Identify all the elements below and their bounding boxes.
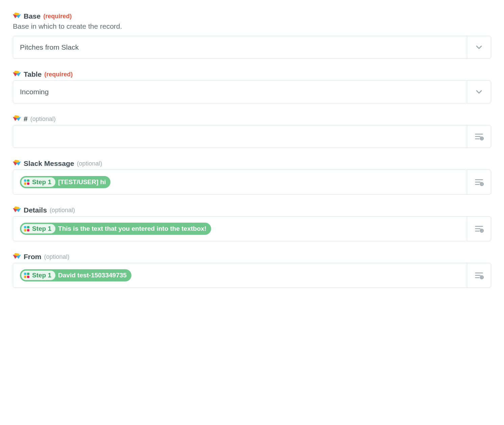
pill-value: [TEST/USER] hi xyxy=(58,178,106,186)
field-label-details: Details xyxy=(24,206,47,214)
airtable-icon xyxy=(13,253,21,260)
field-label-from: From xyxy=(24,253,42,261)
base-select-value: Pitches from Slack xyxy=(13,36,467,58)
optional-badge: (optional) xyxy=(77,160,102,167)
slack-icon xyxy=(23,179,30,185)
table-select[interactable]: Incoming xyxy=(13,80,491,103)
slack-icon xyxy=(23,272,30,279)
field-table: Table (required) Incoming xyxy=(13,70,491,103)
field-slack-message: Slack Message (optional) Step 1 [TEST/US… xyxy=(13,159,491,195)
details-input[interactable]: Step 1 This is the text that you entered… xyxy=(13,216,491,241)
airtable-icon xyxy=(13,160,21,167)
airtable-icon xyxy=(13,71,21,78)
pill-step-label: Step 1 xyxy=(32,178,51,186)
insert-data-icon[interactable] xyxy=(467,125,491,148)
airtable-icon xyxy=(13,116,21,122)
help-text-base: Base in which to create the record. xyxy=(13,22,491,30)
field-label-table: Table xyxy=(24,70,42,78)
data-pill[interactable]: Step 1 [TEST/USER] hi xyxy=(20,176,110,188)
insert-data-icon[interactable] xyxy=(467,170,491,194)
hash-input-value xyxy=(13,125,467,148)
airtable-icon xyxy=(13,207,21,214)
pill-value: David test-1503349735 xyxy=(58,272,127,279)
field-label-hash: # xyxy=(24,115,28,123)
optional-badge: (optional) xyxy=(30,116,56,123)
from-input[interactable]: Step 1 David test-1503349735 xyxy=(13,263,491,288)
chevron-down-icon[interactable] xyxy=(467,81,491,103)
pill-step-label: Step 1 xyxy=(32,272,51,279)
slack-icon xyxy=(23,225,30,232)
insert-data-icon[interactable] xyxy=(467,217,491,241)
table-select-value: Incoming xyxy=(13,81,467,103)
field-label-base: Base xyxy=(24,12,41,20)
pill-step-label: Step 1 xyxy=(32,225,51,232)
optional-badge: (optional) xyxy=(44,253,70,260)
data-pill[interactable]: Step 1 David test-1503349735 xyxy=(20,269,131,281)
field-label-slack-message: Slack Message xyxy=(24,159,74,168)
field-base: Base (required) Base in which to create … xyxy=(13,12,491,59)
slack-message-input[interactable]: Step 1 [TEST/USER] hi xyxy=(13,170,491,195)
airtable-icon xyxy=(13,13,21,20)
chevron-down-icon[interactable] xyxy=(467,36,491,58)
field-from: From (optional) Step 1 David test-150334… xyxy=(13,253,491,288)
hash-input[interactable] xyxy=(13,125,491,148)
optional-badge: (optional) xyxy=(50,207,75,214)
pill-value: This is the text that you entered into t… xyxy=(58,225,206,232)
required-badge: (required) xyxy=(43,13,72,20)
required-badge: (required) xyxy=(44,71,73,78)
insert-data-icon[interactable] xyxy=(467,263,491,288)
field-hash: # (optional) xyxy=(13,115,491,148)
base-select[interactable]: Pitches from Slack xyxy=(13,36,491,59)
data-pill[interactable]: Step 1 This is the text that you entered… xyxy=(20,223,211,235)
field-details: Details (optional) Step 1 This is the te… xyxy=(13,206,491,241)
